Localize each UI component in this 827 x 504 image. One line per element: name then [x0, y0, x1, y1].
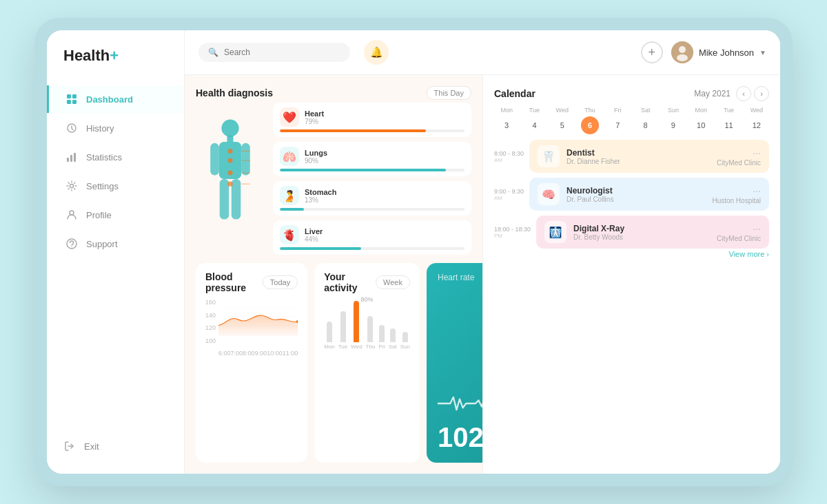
cal-day-num-5[interactable]: 8 [637, 116, 655, 134]
cal-day-9: Wed 12 [744, 107, 769, 134]
bell-icon: 🔔 [370, 46, 383, 59]
diagnosis-area: ❤️ Heart 79% [196, 103, 471, 255]
user-info[interactable]: Mike Johnson ▼ [671, 41, 766, 63]
cal-day-num-2[interactable]: 5 [553, 116, 571, 134]
cal-day-name-2: Wed [556, 107, 569, 114]
heart-wave-svg [438, 393, 482, 414]
appt-doctor-neurologist: Dr. Paul Collins [566, 196, 613, 203]
appt-doctor-dentist: Dr. Dianne Fisher [566, 158, 620, 165]
act-day-tue: Tue [338, 344, 348, 350]
cal-day-num-3[interactable]: 6 [581, 116, 599, 134]
appt-card-xray[interactable]: 🩻 Digital X-Ray Dr. Betty Woods ··· [536, 216, 769, 249]
svg-rect-16 [227, 136, 234, 142]
cal-day-num-4[interactable]: 7 [609, 116, 626, 134]
liver-icon: 🫀 [280, 225, 299, 244]
cal-day-1: Tue 4 [522, 107, 547, 134]
bp-y-160: 160 [205, 299, 216, 306]
cal-day-num-8[interactable]: 11 [720, 116, 738, 134]
appt-time-val-dentist: 8:00 - 8:30 [494, 150, 524, 157]
calendar-title: Calendar [494, 88, 535, 99]
act-bar-fri: Fri [378, 325, 385, 350]
calendar-next-button[interactable]: › [754, 86, 769, 101]
organ-name-liver: Liver [305, 227, 464, 235]
organ-cards: ❤️ Heart 79% [273, 103, 471, 255]
appt-card-dentist[interactable]: 🦷 Dentist Dr. Dianne Fisher ··· Cit [529, 140, 769, 173]
exit-label: Exit [84, 441, 99, 452]
sidebar-label-settings: Settings [86, 181, 119, 191]
appt-dots-xray[interactable]: ··· [753, 223, 761, 234]
appt-dots-dentist[interactable]: ··· [753, 147, 761, 158]
sidebar-item-dashboard[interactable]: Dashboard [47, 85, 184, 113]
avatar [671, 41, 693, 63]
stomach-icon: 🫄 [280, 186, 299, 205]
lungs-icon: 🫁 [280, 147, 299, 166]
app-title: Health [63, 47, 110, 64]
heart-rate-card: Heart rate 102 bpm [427, 263, 482, 463]
svg-point-10 [71, 246, 72, 246]
dentist-icon: 🦷 [538, 145, 560, 167]
appt-title-dentist: Dentist [566, 148, 620, 158]
appointments-list: 8:00 - 8:30 AM 🦷 Dentist Dr. Dianne Fish… [494, 140, 769, 249]
act-day-sun: Sun [400, 344, 410, 350]
appt-dots-neurologist[interactable]: ··· [753, 185, 761, 196]
bp-y-120: 120 [205, 324, 216, 331]
sidebar-item-statistics[interactable]: Statistics [47, 143, 184, 171]
svg-point-23 [227, 148, 232, 153]
svg-rect-21 [232, 179, 241, 220]
act-bar-sun-bar [402, 332, 408, 342]
nav-items: Dashboard History [47, 85, 184, 432]
appt-time-neurologist: 9:00 - 9:30 AM [494, 178, 524, 211]
organ-pct-liver: 44% [305, 235, 464, 243]
organ-pct-lungs: 90% [305, 157, 464, 165]
search-box[interactable]: 🔍 [198, 43, 350, 62]
settings-icon [65, 180, 78, 192]
bp-title: Blood pressure [205, 271, 263, 293]
dashboard-body: Health diagnosis This Day [185, 75, 780, 474]
calendar-days-row: Mon 3 Tue 4 Wed 5 [494, 107, 769, 134]
bp-y-140: 140 [205, 312, 216, 319]
diagnosis-title: Health diagnosis [196, 87, 273, 98]
add-button[interactable]: + [641, 41, 663, 63]
cal-day-num-0[interactable]: 3 [498, 116, 515, 134]
bp-chart-svg [218, 297, 298, 346]
search-icon: 🔍 [208, 48, 218, 57]
svg-rect-1 [72, 94, 76, 98]
history-icon [65, 122, 78, 134]
cal-day-num-1[interactable]: 4 [525, 116, 543, 134]
organ-name-stomach: Stomach [305, 188, 464, 196]
appt-card-neurologist[interactable]: 🧠 Neurologist Dr. Paul Collins ··· [529, 178, 769, 211]
cal-day-name-0: Mon [500, 107, 513, 114]
exit-button[interactable]: Exit [47, 432, 184, 460]
svg-point-14 [677, 54, 688, 61]
sidebar-item-settings[interactable]: Settings [47, 172, 184, 200]
chevron-down-icon: ▼ [759, 49, 766, 56]
cal-day-name-8: Tue [724, 107, 734, 114]
view-more-link[interactable]: View more › [494, 250, 769, 258]
notification-button[interactable]: 🔔 [364, 40, 389, 65]
sidebar-item-history[interactable]: History [47, 114, 184, 142]
bp-filter[interactable]: Today [263, 275, 298, 289]
sidebar-item-support[interactable]: Support [47, 230, 184, 258]
cal-day-num-7[interactable]: 10 [692, 116, 710, 134]
xray-icon: 🩻 [544, 221, 566, 243]
diagnosis-filter[interactable]: This Day [427, 86, 471, 100]
search-input[interactable] [224, 48, 340, 57]
svg-rect-6 [70, 155, 72, 162]
cal-day-num-6[interactable]: 9 [664, 116, 682, 134]
act-bar-sun: Sun [400, 332, 410, 350]
appt-clinic-dentist: CityMed Clinic [717, 159, 761, 167]
sidebar-label-history: History [86, 123, 114, 134]
activity-filter[interactable]: Week [376, 275, 410, 289]
cal-day-7: Mon 10 [688, 107, 713, 134]
calendar-month: May 2021 [694, 89, 731, 98]
appt-title-xray: Digital X-Ray [573, 224, 624, 233]
activity-chart: Mon Tue Wed [324, 308, 410, 350]
svg-point-27 [227, 170, 232, 175]
activity-peak: 80% [324, 296, 410, 303]
topbar: 🔍 🔔 + Mike Johnson [185, 30, 780, 75]
neurologist-icon: 🧠 [538, 183, 560, 205]
sidebar-item-profile[interactable]: Profile [47, 201, 184, 229]
cal-day-num-9[interactable]: 12 [748, 116, 766, 134]
calendar-prev-button[interactable]: ‹ [736, 86, 751, 101]
appt-period-dentist: AM [494, 157, 524, 163]
